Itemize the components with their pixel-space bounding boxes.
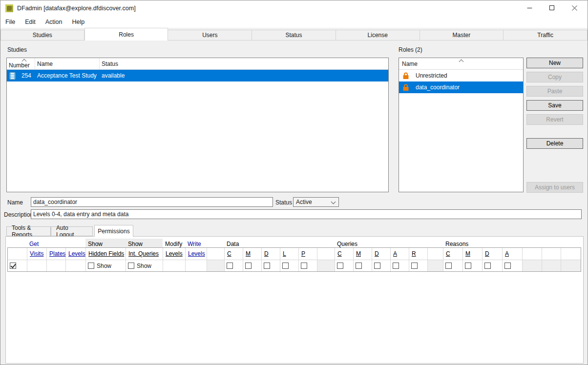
- perm-link-queries-d[interactable]: D: [375, 250, 379, 257]
- perm-show-checkbox-show-hidden-fields[interactable]: [88, 263, 94, 269]
- perm-header-cell-get-plates: Plates: [47, 248, 66, 260]
- perm-checkbox-data-d[interactable]: [264, 263, 270, 269]
- perm-cell-reasons-c: [443, 260, 463, 271]
- close-button[interactable]: [563, 0, 586, 15]
- revert-button[interactable]: Revert: [526, 114, 583, 125]
- perm-cell-sep-2: [317, 260, 335, 271]
- studies-col-status[interactable]: Status: [100, 58, 388, 69]
- tab-studies[interactable]: Studies: [0, 30, 84, 41]
- perm-cell-queries-d: [372, 260, 391, 271]
- perm-link-show-int-queries[interactable]: Int. Queries: [128, 250, 159, 257]
- perm-checkbox-queries-d[interactable]: [374, 263, 380, 269]
- studies-table: Number Name Status 254 Acceptance Test S…: [6, 58, 389, 192]
- perm-checkbox-queries-r[interactable]: [411, 263, 418, 269]
- perm-link-reasons-c[interactable]: C: [446, 250, 450, 257]
- name-label: Name: [7, 199, 23, 206]
- perm-link-queries-r[interactable]: R: [412, 250, 416, 257]
- menu-action[interactable]: Action: [41, 16, 67, 28]
- minimize-button[interactable]: [518, 0, 541, 15]
- perm-link-get-visits[interactable]: Visits: [30, 250, 43, 257]
- perm-link-queries-m[interactable]: M: [356, 250, 361, 257]
- perm-checkbox-data-m[interactable]: [245, 263, 252, 269]
- perm-row-select-checkbox[interactable]: [10, 263, 16, 269]
- new-button[interactable]: New: [526, 58, 583, 68]
- paste-button[interactable]: Paste: [526, 86, 583, 97]
- roles-col-name[interactable]: Name: [399, 58, 523, 70]
- perm-group-show: Show: [128, 241, 143, 247]
- perm-link-get-plates[interactable]: Plates: [49, 250, 65, 257]
- tab-users[interactable]: Users: [168, 30, 252, 41]
- perm-header-cell-get-levels: Levels: [66, 248, 86, 260]
- perm-link-data-d[interactable]: D: [264, 250, 269, 257]
- perm-checkbox-data-p[interactable]: [301, 263, 307, 269]
- menu-help[interactable]: Help: [67, 16, 89, 28]
- perm-link-modify-levels[interactable]: Levels: [166, 250, 183, 257]
- subtab-tools-reports[interactable]: Tools & Reports: [6, 226, 51, 236]
- chevron-down-icon: [331, 200, 336, 204]
- perm-checkbox-data-c[interactable]: [227, 263, 233, 269]
- studies-col-number[interactable]: Number: [7, 58, 35, 69]
- maximize-button[interactable]: [541, 0, 563, 15]
- perm-header-cell-write-levels: Levels: [186, 248, 207, 260]
- perm-link-data-c[interactable]: C: [227, 250, 231, 257]
- perm-header-cell-modify-levels: Levels: [163, 248, 186, 260]
- tab-traffic[interactable]: Traffic: [504, 30, 588, 41]
- perm-checkbox-reasons-a[interactable]: [504, 263, 511, 269]
- perm-link-data-m[interactable]: M: [246, 250, 251, 257]
- tab-license[interactable]: License: [336, 30, 420, 41]
- delete-button[interactable]: Delete: [526, 138, 583, 149]
- perm-link-get-levels[interactable]: Levels: [68, 250, 85, 257]
- save-button[interactable]: Save: [526, 100, 583, 111]
- study-row[interactable]: 254 Acceptance Test Study available: [7, 70, 388, 81]
- perm-group-cell-show-int-queries: Show: [126, 239, 163, 247]
- perm-cell-modify-levels: [163, 260, 186, 271]
- perm-group-cell-reasons-a: [502, 239, 522, 247]
- perm-link-data-p[interactable]: P: [301, 250, 305, 257]
- perm-checkbox-reasons-d[interactable]: [484, 263, 491, 269]
- perm-link-reasons-m[interactable]: M: [465, 250, 470, 257]
- copy-button[interactable]: Copy: [526, 72, 583, 82]
- perm-group-show: Show: [88, 241, 103, 247]
- perm-header-cell-data-d: D: [262, 248, 280, 260]
- perm-cell-data-l: [280, 260, 299, 271]
- perm-link-data-l[interactable]: L: [283, 250, 286, 257]
- menu-file[interactable]: File: [0, 16, 20, 28]
- perm-cell-show-int-queries: Show: [126, 260, 163, 271]
- minimize-icon: [527, 5, 532, 11]
- studies-col-name[interactable]: Name: [35, 58, 100, 69]
- perm-show-checkbox-show-int-queries[interactable]: [128, 263, 134, 269]
- name-input[interactable]: [31, 197, 273, 207]
- perm-checkbox-queries-c[interactable]: [337, 263, 343, 269]
- perm-link-reasons-d[interactable]: D: [485, 250, 489, 257]
- perm-checkbox-reasons-c[interactable]: [445, 263, 452, 269]
- perm-link-queries-a[interactable]: A: [393, 250, 397, 257]
- perm-cell-queries-m: [354, 260, 372, 271]
- perm-checkbox-data-l[interactable]: [282, 263, 289, 269]
- perm-group-modify: Modify: [165, 241, 182, 247]
- perm-group-cell-sep-3: [427, 239, 443, 247]
- perm-link-write-levels[interactable]: Levels: [188, 250, 205, 257]
- studies-label: Studies: [7, 46, 27, 53]
- perm-link-reasons-a[interactable]: A: [505, 250, 509, 257]
- perm-cell-get-visits: [27, 260, 47, 271]
- subtab-permissions[interactable]: Permissions: [94, 225, 133, 237]
- perm-checkbox-queries-m[interactable]: [356, 263, 362, 269]
- assign-to-users-button[interactable]: Assign to users: [526, 182, 583, 193]
- subtab-auto-logout[interactable]: Auto Logout: [51, 226, 93, 236]
- perm-link-queries-c[interactable]: C: [337, 250, 342, 257]
- tab-master[interactable]: Master: [420, 30, 504, 41]
- tab-status[interactable]: Status: [252, 30, 336, 41]
- app-icon: [5, 4, 13, 12]
- perm-checkbox-reasons-m[interactable]: [465, 263, 471, 269]
- menu-edit[interactable]: Edit: [20, 16, 41, 28]
- tab-roles[interactable]: Roles: [84, 28, 168, 41]
- main-tab-bar: Studies Roles Users Status License Maste…: [0, 28, 588, 41]
- description-input[interactable]: [31, 209, 582, 219]
- lock-icon: [402, 72, 410, 80]
- role-row-data-coordinator[interactable]: data_coordinator: [399, 81, 523, 93]
- perm-link-show-hidden-fields[interactable]: Hidden Fields: [88, 250, 124, 257]
- role-row-unrestricted[interactable]: Unrestricted: [399, 70, 523, 81]
- perm-group-cell-reasons-c: Reasons: [443, 239, 462, 247]
- perm-checkbox-queries-a[interactable]: [393, 263, 399, 269]
- status-select[interactable]: Active: [293, 197, 339, 207]
